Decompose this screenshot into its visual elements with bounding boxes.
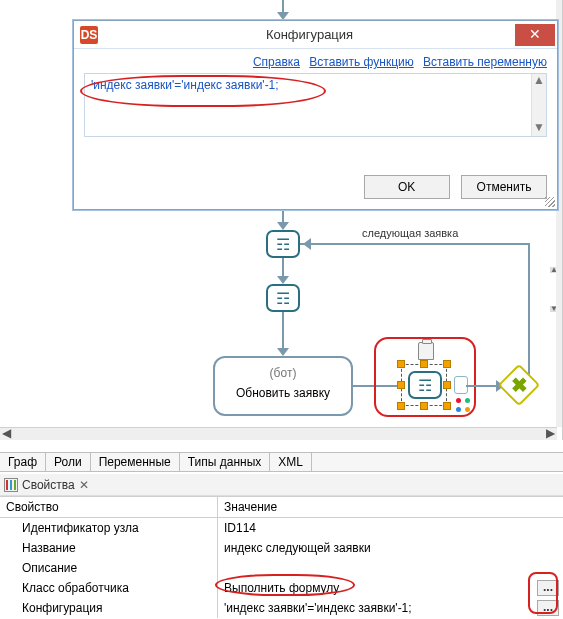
textarea-vscroll[interactable]: ▲▼ xyxy=(531,74,546,136)
table-row[interactable]: Описание xyxy=(0,558,563,578)
hscrollbar[interactable]: ◀ ▶ xyxy=(0,427,557,440)
tab-types[interactable]: Типы данных xyxy=(180,453,271,471)
insert-variable-link[interactable]: Вставить переменную xyxy=(423,55,547,69)
prop-value: Выполнить формулу ... xyxy=(218,578,563,598)
edge xyxy=(282,312,284,352)
script-icon: ☶ xyxy=(418,376,432,395)
properties-table: Свойство Значение Идентификатор узла ID1… xyxy=(0,496,563,618)
prop-name: Идентификатор узла xyxy=(0,518,218,538)
edge xyxy=(353,385,403,387)
table-row[interactable]: Идентификатор узла ID114 xyxy=(0,518,563,538)
formula-text[interactable]: 'индекс заявки'='индекс заявки'-1; xyxy=(85,74,546,96)
resize-handle[interactable] xyxy=(397,381,405,389)
browse-button[interactable]: ... xyxy=(537,600,559,616)
table-row[interactable]: Класс обработчика Выполнить формулу ... xyxy=(0,578,563,598)
properties-panel-header: Свойства ✕ xyxy=(0,474,563,496)
table-row[interactable]: Конфигурация 'индекс заявки'='индекс зая… xyxy=(0,598,563,618)
task-node[interactable]: (бот) Обновить заявку xyxy=(213,356,353,416)
dialog-links: Справка Вставить функцию Вставить переме… xyxy=(74,49,557,71)
properties-icon xyxy=(4,478,18,492)
bottom-tabs: Граф Роли Переменные Типы данных XML xyxy=(0,452,563,472)
dialog-title: Конфигурация xyxy=(104,27,515,42)
scroll-left-icon[interactable]: ◀ xyxy=(0,428,13,441)
edge xyxy=(528,243,530,383)
help-link[interactable]: Справка xyxy=(253,55,300,69)
prop-name: Класс обработчика xyxy=(0,578,218,598)
tab-xml[interactable]: XML xyxy=(270,453,312,471)
ok-button[interactable]: OK xyxy=(364,175,450,199)
script-icon: ☶ xyxy=(276,235,290,254)
prop-name: Название xyxy=(0,538,218,558)
arrowhead-icon xyxy=(303,238,311,250)
task-title: Обновить заявку xyxy=(215,386,351,400)
resize-handle[interactable] xyxy=(420,402,428,410)
col-name-header[interactable]: Свойство xyxy=(0,497,218,517)
arrowhead-icon xyxy=(277,222,289,230)
edge-label: следующая заявка xyxy=(362,227,458,239)
prop-value: ID114 xyxy=(218,518,563,538)
dialog-titlebar[interactable]: DS Конфигурация ✕ xyxy=(74,21,557,49)
resize-handle[interactable] xyxy=(443,360,451,368)
task-role: (бот) xyxy=(215,366,351,380)
resize-grip[interactable] xyxy=(545,197,555,207)
table-row[interactable]: Название индекс следующей заявки xyxy=(0,538,563,558)
script-node[interactable]: ☶ xyxy=(266,230,300,258)
browse-button[interactable]: ... xyxy=(537,580,559,596)
resize-handle[interactable] xyxy=(443,381,451,389)
formula-textarea[interactable]: 'индекс заявки'='индекс заявки'-1; ▲▼ xyxy=(84,73,547,137)
insert-function-link[interactable]: Вставить функцию xyxy=(309,55,413,69)
arrowhead-icon xyxy=(277,276,289,284)
properties-title: Свойства xyxy=(22,478,75,492)
tab-vars[interactable]: Переменные xyxy=(91,453,180,471)
resize-handle[interactable] xyxy=(397,402,405,410)
script-node[interactable]: ☶ xyxy=(266,284,300,312)
cancel-button[interactable]: Отменить xyxy=(461,175,547,199)
resize-handle[interactable] xyxy=(397,360,405,368)
trash-icon[interactable] xyxy=(418,342,434,360)
script-icon: ☶ xyxy=(276,289,290,308)
prop-value xyxy=(218,558,563,578)
resize-handle[interactable] xyxy=(443,402,451,410)
tab-roles[interactable]: Роли xyxy=(46,453,91,471)
close-button[interactable]: ✕ xyxy=(515,24,555,46)
prop-value: 'индекс заявки'='индекс заявки'-1; ... xyxy=(218,598,563,618)
edge xyxy=(466,385,500,387)
palette-icon[interactable] xyxy=(456,398,470,412)
resize-handle[interactable] xyxy=(420,360,428,368)
scroll-right-icon[interactable]: ▶ xyxy=(544,428,557,441)
prop-value: индекс следующей заявки xyxy=(218,538,563,558)
tab-graph[interactable]: Граф xyxy=(0,453,46,471)
script-node-selected[interactable]: ☶ xyxy=(408,371,442,399)
config-dialog: DS Конфигурация ✕ Справка Вставить функц… xyxy=(73,20,558,210)
arrowhead-icon xyxy=(277,12,289,20)
col-value-header[interactable]: Значение xyxy=(218,497,563,517)
arrowhead-icon xyxy=(277,348,289,356)
properties-columns: Свойство Значение xyxy=(0,496,563,518)
edge xyxy=(300,243,530,245)
app-icon: DS xyxy=(80,26,98,44)
close-panel-button[interactable]: ✕ xyxy=(79,478,89,492)
gateway-x-icon: ✖ xyxy=(506,372,532,398)
gateway-node[interactable]: ✖ xyxy=(498,364,540,406)
prop-name: Описание xyxy=(0,558,218,578)
prop-name: Конфигурация xyxy=(0,598,218,618)
